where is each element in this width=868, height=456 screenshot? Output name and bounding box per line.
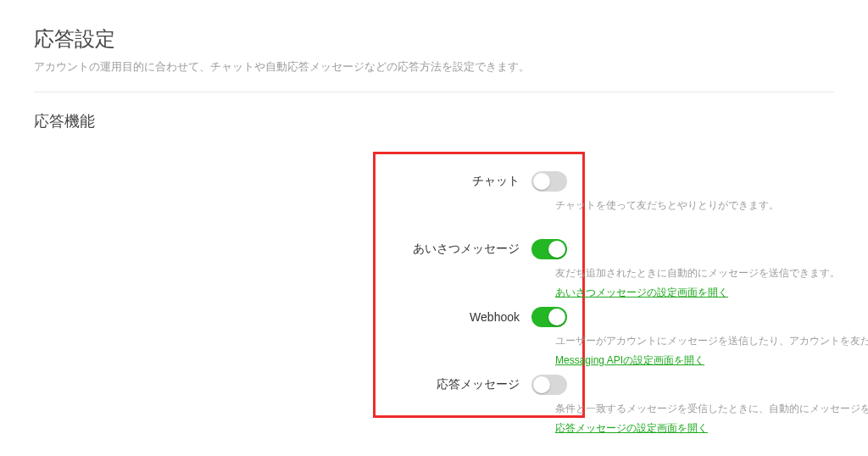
setting-link-webhook[interactable]: Messaging APIの設定画面を開く xyxy=(555,354,704,366)
toggle-knob xyxy=(533,376,550,393)
setting-row-greeting: あいさつメッセージ 友だち追加されたときに自動的にメッセージを送信できます。 あ… xyxy=(391,239,567,259)
toggle-chat[interactable] xyxy=(531,171,567,192)
toggle-knob xyxy=(533,173,550,190)
setting-desc-greeting: 友だち追加されたときに自動的にメッセージを送信できます。 あいさつメッセージの設… xyxy=(555,266,868,300)
section-title: 応答機能 xyxy=(34,111,834,131)
toggle-autoreply[interactable] xyxy=(531,375,567,395)
setting-desc-chat: チャットを使って友だちとやりとりができます。 xyxy=(555,198,868,218)
setting-desc-autoreply: 条件と一致するメッセージを受信したときに、自動的にメッセージを 応答メッセージの… xyxy=(555,402,868,436)
setting-label-autoreply: 応答メッセージ xyxy=(391,377,520,392)
toggle-knob xyxy=(548,241,565,258)
setting-row-chat: チャット チャットを使って友だちとやりとりができます。 xyxy=(391,171,567,192)
toggle-webhook[interactable] xyxy=(531,307,567,327)
setting-desc-text: 条件と一致するメッセージを受信したときに、自動的にメッセージを xyxy=(555,402,868,416)
setting-desc-text: 友だち追加されたときに自動的にメッセージを送信できます。 xyxy=(555,266,868,281)
page-subtitle: アカウントの運用目的に合わせて、チャットや自動応答メッセージなどの応答方法を設定… xyxy=(34,59,834,75)
settings-highlight-box: チャット チャットを使って友だちとやりとりができます。 あいさつメッセージ 友だ… xyxy=(373,152,585,418)
setting-label-greeting: あいさつメッセージ xyxy=(391,242,520,257)
setting-desc-text: ユーザーがアカウントにメッセージを送信したり、アカウントを友だ xyxy=(555,334,868,348)
setting-desc-webhook: ユーザーがアカウントにメッセージを送信したり、アカウントを友だ Messagin… xyxy=(555,334,868,368)
setting-link-autoreply[interactable]: 応答メッセージの設定画面を開く xyxy=(555,422,708,434)
setting-row-webhook: Webhook ユーザーがアカウントにメッセージを送信したり、アカウントを友だ … xyxy=(391,307,567,327)
toggle-greeting[interactable] xyxy=(531,239,567,259)
setting-row-autoreply: 応答メッセージ 条件と一致するメッセージを受信したときに、自動的にメッセージを … xyxy=(391,375,567,395)
setting-label-chat: チャット xyxy=(391,174,520,189)
divider xyxy=(34,92,834,92)
setting-label-webhook: Webhook xyxy=(391,310,520,324)
page-title: 応答設定 xyxy=(34,25,834,53)
setting-desc-text: チャットを使って友だちとやりとりができます。 xyxy=(555,198,868,213)
setting-link-greeting[interactable]: あいさつメッセージの設定画面を開く xyxy=(555,286,728,298)
toggle-knob xyxy=(548,309,565,325)
